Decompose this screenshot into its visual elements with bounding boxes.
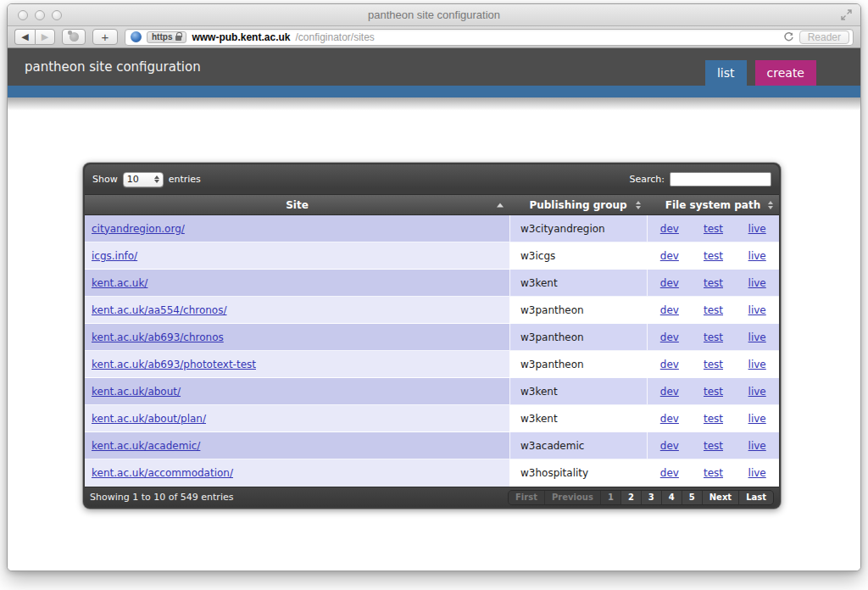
site-link[interactable]: kent.ac.uk/about/plan/: [92, 413, 206, 425]
dev-link[interactable]: dev: [660, 440, 679, 452]
page-button-5[interactable]: 5: [682, 491, 702, 504]
site-link[interactable]: kent.ac.uk/ab693/phototext-test: [92, 359, 256, 370]
site-link[interactable]: kent.ac.uk/aa554/chronos/: [92, 304, 227, 316]
page-button-4[interactable]: 4: [661, 491, 682, 504]
dev-link[interactable]: dev: [660, 331, 679, 343]
dev-link[interactable]: dev: [660, 413, 679, 425]
test-link[interactable]: test: [704, 331, 723, 343]
test-link[interactable]: test: [704, 359, 723, 370]
dev-link[interactable]: dev: [660, 250, 679, 262]
window-titlebar: pantheon site configuration: [8, 4, 860, 26]
site-link[interactable]: kent.ac.uk/: [92, 277, 147, 289]
column-header-file-system-path[interactable]: File system path: [647, 195, 779, 214]
test-link[interactable]: test: [704, 467, 723, 479]
search-label: Search:: [630, 174, 665, 185]
table-footer: Showing 1 to 10 of 549 entries FirstPrev…: [85, 487, 779, 507]
page-button-3[interactable]: 3: [641, 491, 661, 504]
test-link[interactable]: test: [704, 250, 723, 262]
reader-button[interactable]: Reader: [799, 31, 849, 44]
site-link[interactable]: icgs.info/: [92, 250, 137, 262]
publishing-group-cell: w3kent: [509, 405, 647, 431]
env-live: live: [735, 440, 779, 452]
site-cell: kent.ac.uk/about/: [85, 378, 509, 404]
tab-create[interactable]: create: [755, 60, 816, 86]
dev-link[interactable]: dev: [660, 304, 679, 316]
live-link[interactable]: live: [748, 304, 766, 316]
site-link[interactable]: kent.ac.uk/accommodation/: [92, 467, 233, 479]
share-button[interactable]: [62, 29, 86, 45]
globe-favicon: [131, 31, 142, 42]
env-test: test: [692, 223, 736, 235]
traffic-lights: [18, 10, 62, 20]
back-button[interactable]: ◀: [14, 29, 35, 45]
env-test: test: [692, 250, 736, 262]
live-link[interactable]: live: [748, 440, 766, 452]
page-button-last[interactable]: Last: [738, 491, 773, 504]
close-button[interactable]: [18, 10, 28, 20]
env-test: test: [692, 331, 736, 343]
show-label: Show: [92, 174, 118, 185]
site-link[interactable]: kent.ac.uk/about/: [92, 386, 181, 398]
publishing-group-cell: w3academic: [509, 432, 647, 459]
env-dev: dev: [648, 359, 692, 370]
live-link[interactable]: live: [748, 223, 766, 235]
entries-label: entries: [169, 174, 201, 185]
site-cell: icgs.info/: [85, 242, 509, 269]
search-input[interactable]: [670, 172, 771, 186]
site-link[interactable]: kent.ac.uk/academic/: [92, 440, 200, 452]
env-live: live: [735, 304, 779, 316]
browser-toolbar: ◀ ▶ + https www-pub.kent.ac.uk /configi: [8, 26, 860, 48]
page-length-value: 10: [127, 174, 154, 185]
minimize-button[interactable]: [35, 10, 45, 20]
publishing-group-cell: w3kent: [509, 378, 647, 404]
header-tabs: list create: [705, 60, 816, 86]
env-dev: dev: [648, 331, 692, 343]
dev-link[interactable]: dev: [660, 386, 679, 398]
stepper-icon: [154, 175, 159, 183]
page-length-select[interactable]: 10: [123, 172, 164, 187]
new-tab-button[interactable]: +: [92, 29, 118, 45]
live-link[interactable]: live: [748, 467, 766, 479]
address-bar[interactable]: https www-pub.kent.ac.uk /configinator/s…: [125, 29, 854, 46]
site-cell: kent.ac.uk/ab693/phototext-test: [85, 351, 509, 377]
site-cell: kent.ac.uk/ab693/chronos: [85, 324, 509, 350]
test-link[interactable]: test: [704, 223, 723, 235]
page-button-2[interactable]: 2: [620, 491, 641, 504]
zoom-button[interactable]: [52, 10, 62, 20]
table-row: kent.ac.uk/aa554/chronos/ w3pantheon dev…: [85, 297, 779, 324]
live-link[interactable]: live: [748, 413, 766, 425]
web-page: pantheon site configuration list create …: [8, 48, 860, 571]
live-link[interactable]: live: [748, 277, 766, 289]
live-link[interactable]: live: [748, 331, 766, 343]
live-link[interactable]: live: [748, 386, 766, 398]
column-header-publishing-group[interactable]: Publishing group: [509, 195, 647, 214]
file-system-path-cell: dev test live: [647, 459, 779, 487]
dev-link[interactable]: dev: [660, 223, 679, 235]
site-link[interactable]: cityandregion.org/: [92, 223, 185, 235]
forward-button[interactable]: ▶: [35, 29, 55, 45]
table-row: icgs.info/ w3icgs dev test live: [85, 242, 779, 270]
test-link[interactable]: test: [704, 277, 723, 289]
pagination: FirstPrevious12345NextLast: [508, 490, 774, 505]
page-button-next[interactable]: Next: [702, 491, 738, 504]
publishing-group-cell: w3hospitality: [509, 459, 647, 487]
test-link[interactable]: test: [704, 386, 723, 398]
env-live: live: [735, 413, 779, 425]
test-link[interactable]: test: [704, 413, 723, 425]
live-link[interactable]: live: [748, 359, 766, 370]
reload-icon[interactable]: [783, 31, 794, 42]
column-header-site[interactable]: Site: [85, 195, 509, 214]
browser-window: pantheon site configuration ◀ ▶ +: [7, 3, 861, 571]
dev-link[interactable]: dev: [660, 359, 679, 370]
site-link[interactable]: kent.ac.uk/ab693/chronos: [92, 331, 224, 343]
tab-list[interactable]: list: [705, 60, 747, 86]
live-link[interactable]: live: [748, 250, 766, 262]
test-link[interactable]: test: [704, 440, 723, 452]
site-cell: kent.ac.uk/aa554/chronos/: [85, 297, 509, 323]
test-link[interactable]: test: [704, 304, 723, 316]
dev-link[interactable]: dev: [660, 467, 679, 479]
site-cell: kent.ac.uk/: [85, 270, 509, 296]
fullscreen-icon[interactable]: [841, 9, 852, 20]
datatable-panel: Show 10 entries Search: Site: [83, 163, 781, 509]
dev-link[interactable]: dev: [660, 277, 679, 289]
